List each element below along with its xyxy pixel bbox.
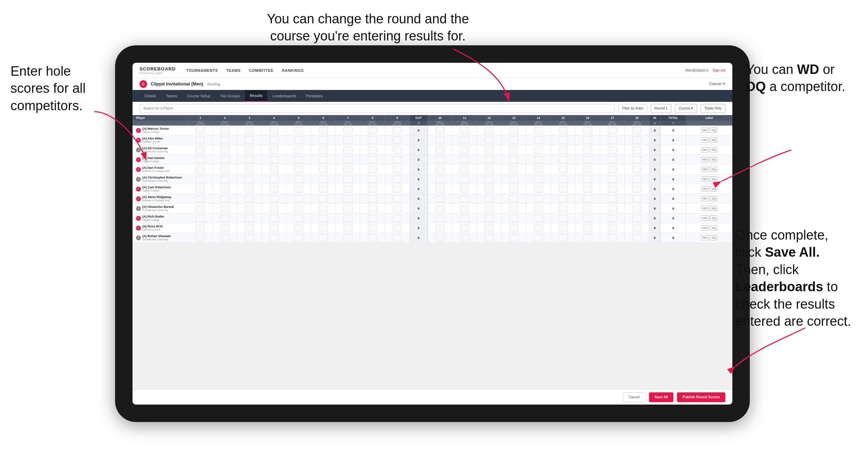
score-input[interactable]	[608, 195, 617, 202]
round-selector[interactable]: Round 1	[651, 104, 672, 113]
score-input[interactable]	[460, 195, 469, 202]
score-input[interactable]	[534, 215, 543, 222]
score-input[interactable]	[196, 195, 205, 202]
score-input[interactable]	[534, 225, 543, 232]
score-input[interactable]	[559, 234, 568, 241]
nav-committee[interactable]: COMMITTEE	[249, 68, 274, 73]
score-cell-4[interactable]	[262, 184, 287, 194]
score-cell-18[interactable]	[600, 223, 625, 233]
score-cell-2[interactable]	[212, 223, 237, 233]
dq-button[interactable]: DQ	[710, 216, 717, 221]
score-input[interactable]	[509, 215, 518, 222]
score-cell-12[interactable]	[452, 145, 477, 155]
search-input[interactable]	[139, 104, 615, 113]
filter-by-team-btn[interactable]: Filter by team	[618, 104, 647, 113]
cancel-button[interactable]: Cancel	[623, 392, 646, 402]
score-input[interactable]	[460, 166, 469, 173]
score-cell-15[interactable]	[526, 135, 551, 145]
score-input[interactable]	[196, 146, 205, 153]
score-input[interactable]	[534, 156, 543, 163]
score-input[interactable]	[534, 205, 543, 212]
wd-button[interactable]: WD	[701, 235, 709, 240]
totals-only-btn[interactable]: Totals Only	[701, 104, 725, 113]
score-input[interactable]	[220, 186, 229, 193]
score-input[interactable]	[220, 176, 229, 183]
score-input[interactable]	[632, 156, 641, 163]
score-cell-11[interactable]	[428, 204, 452, 213]
score-input[interactable]	[344, 137, 353, 144]
score-cell-5[interactable]	[286, 174, 311, 184]
score-cell-3[interactable]	[237, 223, 262, 233]
wd-button[interactable]: WD	[701, 225, 709, 231]
wd-button[interactable]: WD	[701, 196, 709, 201]
score-input[interactable]	[559, 195, 568, 202]
score-input[interactable]	[368, 215, 377, 222]
score-cell-5[interactable]	[286, 155, 311, 165]
score-cell-5[interactable]	[286, 213, 311, 223]
score-cell-9[interactable]	[385, 165, 410, 174]
score-input[interactable]	[196, 166, 205, 173]
score-input[interactable]	[485, 225, 494, 232]
score-cell-18[interactable]	[600, 204, 625, 213]
score-cell-18[interactable]	[600, 213, 625, 223]
score-input[interactable]	[196, 234, 205, 241]
score-cell-8[interactable]	[360, 145, 385, 155]
score-input[interactable]	[294, 195, 303, 202]
score-input[interactable]	[368, 156, 377, 163]
score-cell-19[interactable]	[625, 174, 649, 184]
score-input[interactable]	[534, 186, 543, 193]
score-input[interactable]	[632, 186, 641, 193]
score-input[interactable]	[608, 234, 617, 241]
score-input[interactable]	[344, 176, 353, 183]
score-input[interactable]	[583, 186, 592, 193]
score-input[interactable]	[509, 225, 518, 232]
score-input[interactable]	[294, 127, 303, 134]
score-input[interactable]	[294, 137, 303, 144]
score-cell-7[interactable]	[335, 204, 360, 213]
score-cell-17[interactable]	[575, 126, 600, 135]
score-input[interactable]	[294, 166, 303, 173]
score-cell-3[interactable]	[237, 233, 262, 243]
score-cell-12[interactable]	[452, 194, 477, 204]
score-cell-18[interactable]	[600, 126, 625, 135]
score-input[interactable]	[460, 186, 469, 193]
score-input[interactable]	[196, 225, 205, 232]
score-cell-18[interactable]	[600, 194, 625, 204]
score-input[interactable]	[485, 176, 494, 183]
score-input[interactable]	[393, 127, 402, 134]
score-input[interactable]	[460, 156, 469, 163]
dq-button[interactable]: DQ	[710, 206, 717, 211]
score-input[interactable]	[509, 137, 518, 144]
score-cell-16[interactable]	[551, 194, 575, 204]
score-input[interactable]	[344, 166, 353, 173]
score-cell-11[interactable]	[428, 233, 452, 243]
score-cell-9[interactable]	[385, 204, 410, 213]
score-cell-7[interactable]	[335, 174, 360, 184]
score-input[interactable]	[559, 225, 568, 232]
score-cell-1[interactable]	[188, 213, 212, 223]
score-cell-1[interactable]	[188, 194, 212, 204]
tab-details[interactable]: Details	[139, 90, 161, 102]
publish-button[interactable]: Publish Round Scores	[677, 392, 725, 402]
score-input[interactable]	[245, 234, 254, 241]
score-cell-4[interactable]	[262, 145, 287, 155]
score-cell-18[interactable]	[600, 184, 625, 194]
score-input[interactable]	[368, 186, 377, 193]
score-input[interactable]	[608, 146, 617, 153]
score-input[interactable]	[344, 146, 353, 153]
score-cell-2[interactable]	[212, 204, 237, 213]
score-input[interactable]	[294, 146, 303, 153]
score-input[interactable]	[270, 156, 279, 163]
wd-button[interactable]: WD	[701, 206, 709, 211]
score-cell-17[interactable]	[575, 184, 600, 194]
score-input[interactable]	[393, 146, 402, 153]
nav-tournaments[interactable]: TOURNAMENTS	[186, 68, 218, 73]
score-input[interactable]	[393, 205, 402, 212]
score-input[interactable]	[319, 127, 328, 134]
score-cell-6[interactable]	[311, 165, 336, 174]
wd-button[interactable]: WD	[701, 147, 709, 152]
wd-button[interactable]: WD	[701, 186, 709, 191]
score-cell-17[interactable]	[575, 165, 600, 174]
score-cell-2[interactable]	[212, 174, 237, 184]
score-input[interactable]	[319, 176, 328, 183]
